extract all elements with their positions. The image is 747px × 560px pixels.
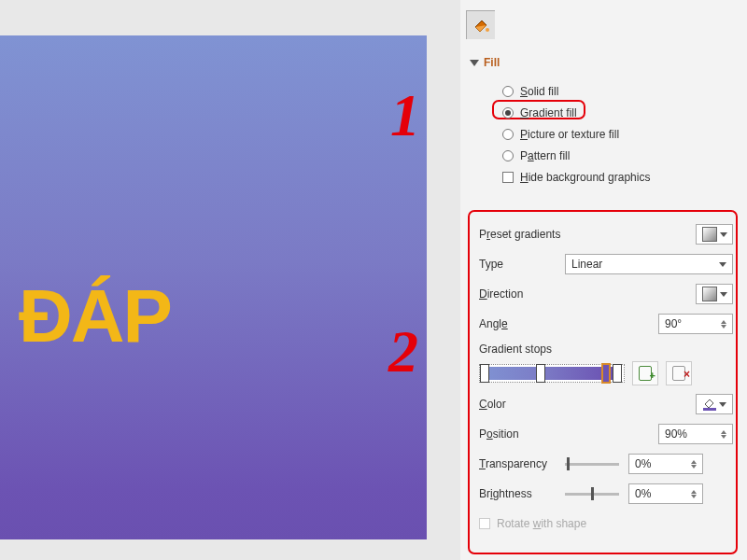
picture-fill-label: Picture or texture fill xyxy=(520,128,619,141)
gradient-stop-4[interactable] xyxy=(613,364,622,383)
position-value: 90% xyxy=(665,427,687,441)
fill-section-header[interactable]: Fill xyxy=(470,56,500,69)
picture-fill-option[interactable]: Picture or texture fill xyxy=(502,123,650,145)
chevron-down-icon xyxy=(720,292,727,297)
annotation-2: 2 xyxy=(388,317,418,386)
spinner-down-icon xyxy=(691,495,697,498)
gradient-fill-option[interactable]: Gradient fill xyxy=(502,102,650,123)
preset-gradients-button[interactable] xyxy=(696,224,733,245)
remove-gradient-stop-button[interactable]: × xyxy=(666,361,692,385)
color-bucket-icon xyxy=(703,398,716,411)
gradient-controls: Preset gradients Type Linear Direction A… xyxy=(479,219,733,539)
radio-icon xyxy=(502,107,514,119)
rotate-with-shape-label: Rotate with shape xyxy=(497,517,586,530)
spinner-up-icon xyxy=(691,490,697,494)
transparency-slider[interactable] xyxy=(565,455,619,473)
transparency-value: 0% xyxy=(635,457,651,470)
svg-point-0 xyxy=(486,28,489,32)
pattern-fill-option[interactable]: Pattern fill xyxy=(502,145,650,166)
gradient-swatch-icon xyxy=(702,287,717,301)
fill-section-label: Fill xyxy=(484,56,500,69)
add-stop-icon: + xyxy=(639,366,652,381)
position-label: Position xyxy=(479,427,658,441)
collapse-triangle-icon xyxy=(470,60,479,66)
spinner-down-icon xyxy=(691,465,697,469)
slider-thumb[interactable] xyxy=(591,487,594,500)
radio-icon xyxy=(502,150,514,161)
color-picker-button[interactable] xyxy=(696,394,733,414)
rotate-with-shape-option: Rotate with shape xyxy=(479,509,733,539)
gradient-stops-label: Gradient stops xyxy=(479,339,733,357)
fill-category-button[interactable] xyxy=(466,10,495,39)
hide-bg-label: Hide background graphics xyxy=(520,171,650,184)
slider-thumb[interactable] xyxy=(567,457,570,470)
angle-value: 90° xyxy=(665,317,682,330)
solid-fill-option[interactable]: Solid fill xyxy=(502,80,650,102)
spinner-down-icon xyxy=(721,325,726,329)
brightness-slider[interactable] xyxy=(565,484,619,503)
hide-bg-option[interactable]: Hide background graphics xyxy=(502,166,650,188)
brightness-value: 0% xyxy=(635,487,651,500)
spinner-up-icon xyxy=(721,320,726,324)
spinner-up-icon xyxy=(691,460,697,464)
chevron-down-icon xyxy=(720,232,727,237)
brightness-label: Brightness xyxy=(479,487,565,500)
radio-icon xyxy=(502,129,514,140)
gradient-swatch-icon xyxy=(702,227,717,242)
checkbox-icon xyxy=(502,172,514,183)
position-spinner[interactable]: 90% xyxy=(658,424,733,444)
angle-spinner[interactable]: 90° xyxy=(658,314,733,334)
type-label: Type xyxy=(479,258,565,271)
slide-preview[interactable]: ĐÁP xyxy=(0,35,427,539)
spinner-up-icon xyxy=(721,430,726,434)
solid-fill-label: Solid fill xyxy=(520,85,558,98)
checkbox-icon xyxy=(479,518,490,529)
fill-type-radio-group: Solid fill Gradient fill Picture or text… xyxy=(502,80,650,188)
type-value: Linear xyxy=(571,258,602,271)
transparency-label: Transparency xyxy=(479,457,565,470)
gradient-stops-bar[interactable] xyxy=(479,364,625,383)
slide-title-text: ĐÁP xyxy=(19,273,171,359)
format-background-panel: Fill Solid fill Gradient fill Picture or… xyxy=(460,0,747,560)
radio-icon xyxy=(502,86,514,97)
gradient-stop-2[interactable] xyxy=(536,364,545,383)
angle-label: Angle xyxy=(479,317,658,330)
gradient-stop-1[interactable] xyxy=(480,364,489,383)
annotation-1: 1 xyxy=(390,81,420,150)
remove-stop-icon: × xyxy=(672,366,685,381)
transparency-spinner[interactable]: 0% xyxy=(628,454,703,474)
pattern-fill-label: Pattern fill xyxy=(520,149,570,162)
direction-button[interactable] xyxy=(696,284,733,304)
add-gradient-stop-button[interactable]: + xyxy=(632,361,658,385)
gradient-fill-label: Gradient fill xyxy=(520,106,577,119)
spinner-down-icon xyxy=(721,435,726,439)
gradient-stop-3[interactable] xyxy=(601,363,611,384)
direction-label: Direction xyxy=(479,287,696,301)
chevron-down-icon xyxy=(719,402,726,407)
type-dropdown[interactable]: Linear xyxy=(565,254,733,274)
color-label: Color xyxy=(479,398,696,411)
chevron-down-icon xyxy=(719,262,726,267)
paint-bucket-icon xyxy=(472,16,490,35)
brightness-spinner[interactable]: 0% xyxy=(628,483,703,504)
preset-gradients-label: Preset gradients xyxy=(479,228,696,241)
